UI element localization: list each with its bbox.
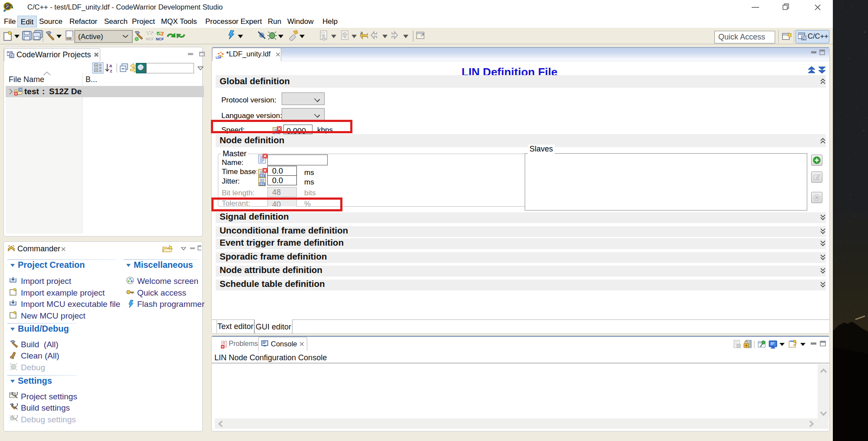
svg-text:LDF: LDF	[216, 56, 222, 59]
svg-text:C: C	[10, 55, 13, 58]
svg-text:C: C	[20, 88, 22, 91]
svg-text:(Active): (Active)	[78, 33, 103, 41]
svg-text:a: a	[109, 63, 112, 68]
svg-text:010: 010	[66, 37, 72, 40]
svg-text:NCF: NCF	[146, 37, 154, 41]
svg-text:NCF: NCF	[156, 37, 164, 41]
svg-text:C: C	[802, 36, 805, 40]
svg-text:z: z	[110, 68, 112, 73]
